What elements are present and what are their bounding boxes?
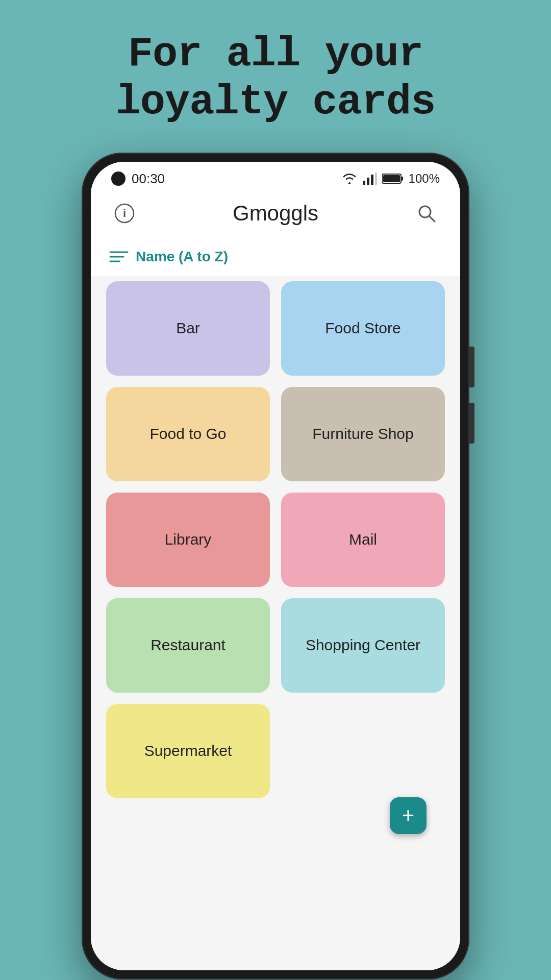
grid-item-label-bar: Bar	[176, 320, 200, 337]
side-button	[469, 347, 474, 387]
grid: BarFood StoreFood to GoFurniture ShopLib…	[106, 281, 445, 798]
svg-rect-2	[371, 175, 373, 185]
search-icon	[416, 203, 437, 224]
grid-item-label-mail: Mail	[349, 531, 377, 548]
headline-line1: For all your	[128, 31, 423, 78]
wifi-icon	[341, 173, 358, 185]
grid-item-label-supermarket: Supermarket	[144, 742, 232, 760]
svg-rect-0	[363, 181, 365, 185]
sort-label: Name (A to Z)	[136, 249, 228, 265]
signal-icon	[363, 173, 377, 185]
grid-item-supermarket[interactable]: Supermarket	[106, 704, 270, 798]
svg-rect-5	[401, 177, 403, 181]
grid-item-label-food-store: Food Store	[325, 320, 400, 337]
fab-plus-label: +	[402, 803, 415, 828]
grid-item-label-shopping-center: Shopping Center	[306, 636, 420, 654]
status-right: 100%	[341, 172, 440, 186]
grid-item-food-store[interactable]: Food Store	[281, 281, 445, 376]
grid-item-label-furniture-shop: Furniture Shop	[312, 425, 413, 443]
grid-item-label-library: Library	[165, 531, 212, 548]
svg-rect-6	[383, 175, 400, 182]
status-time: 00:30	[132, 171, 165, 187]
info-button[interactable]: i	[111, 200, 138, 227]
svg-line-10	[430, 216, 435, 222]
grid-item-furniture-shop[interactable]: Furniture Shop	[281, 387, 445, 481]
svg-rect-3	[375, 173, 377, 185]
search-button[interactable]	[413, 200, 440, 227]
app-title: Gmoggls	[138, 201, 413, 226]
headline: For all your loyalty cards	[116, 0, 436, 153]
battery-percent: 100%	[409, 172, 440, 186]
fab-area: +	[106, 798, 445, 849]
status-bar: 00:30	[91, 162, 460, 192]
svg-rect-1	[367, 178, 369, 185]
status-left: 00:30	[111, 171, 165, 187]
category-grid: BarFood StoreFood to GoFurniture ShopLib…	[91, 276, 460, 970]
app-bar: i Gmoggls	[91, 192, 460, 237]
add-button[interactable]: +	[390, 797, 427, 834]
grid-item-shopping-center[interactable]: Shopping Center	[281, 598, 445, 693]
phone-frame: 00:30	[82, 153, 469, 979]
svg-text:i: i	[123, 207, 126, 219]
grid-item-label-restaurant: Restaurant	[151, 636, 226, 654]
grid-item-restaurant[interactable]: Restaurant	[106, 598, 270, 693]
grid-item-bar[interactable]: Bar	[106, 281, 270, 376]
battery-icon	[382, 173, 404, 184]
camera-dot	[111, 172, 126, 186]
side-button-2	[469, 403, 474, 444]
grid-item-food-to-go[interactable]: Food to Go	[106, 387, 270, 481]
info-icon: i	[114, 203, 135, 224]
grid-item-mail[interactable]: Mail	[281, 493, 445, 587]
phone-screen: 00:30	[91, 162, 460, 970]
grid-item-library[interactable]: Library	[106, 493, 270, 587]
sort-icon	[109, 249, 129, 264]
sort-bar[interactable]: Name (A to Z)	[91, 237, 460, 276]
svg-point-9	[419, 206, 431, 217]
grid-item-label-food-to-go: Food to Go	[149, 425, 226, 443]
headline-line2: loyalty cards	[116, 79, 436, 126]
